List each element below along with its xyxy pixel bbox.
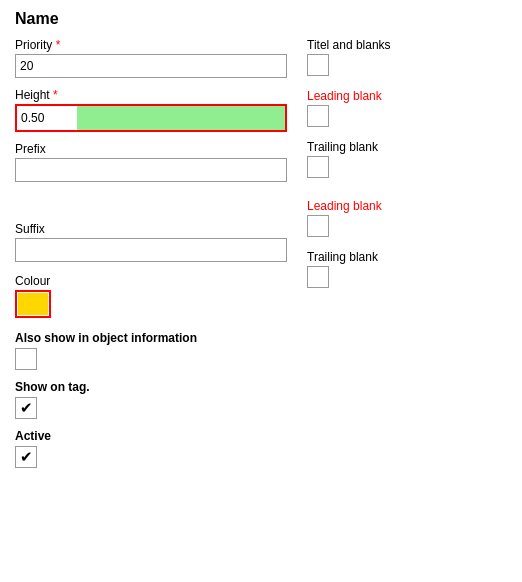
suffix-label: Suffix	[15, 222, 287, 236]
leading-blank-1-label: Leading blank	[307, 89, 507, 103]
height-bar	[77, 106, 285, 130]
colour-section: Colour	[15, 274, 287, 321]
trailing-blank-2-checkbox[interactable]	[307, 266, 329, 288]
height-input[interactable]	[17, 106, 77, 130]
also-show-label: Also show in object information	[15, 331, 287, 345]
active-label: Active	[15, 429, 287, 443]
prefix-input[interactable]	[15, 158, 287, 182]
height-input-wrapper	[15, 104, 287, 132]
leading-blank-1-checkbox[interactable]	[307, 105, 329, 127]
show-on-tag-label: Show on tag.	[15, 380, 287, 394]
priority-group: Priority *	[15, 38, 287, 78]
colour-label: Colour	[15, 274, 287, 288]
leading-blank-1-group: Leading blank	[307, 89, 507, 130]
titel-blanks-checkbox[interactable]	[307, 54, 329, 76]
leading-blank-2-checkbox[interactable]	[307, 215, 329, 237]
prefix-group: Prefix	[15, 142, 287, 182]
trailing-blank-1-label: Trailing blank	[307, 140, 507, 154]
trailing-blank-1-checkbox[interactable]	[307, 156, 329, 178]
leading-blank-2-group: Leading blank	[307, 199, 507, 240]
also-show-checkbox[interactable]	[15, 348, 37, 370]
also-show-section: Also show in object information	[15, 331, 287, 370]
suffix-group: Suffix	[15, 222, 287, 262]
priority-input[interactable]	[15, 54, 287, 78]
titel-blanks-group: Titel and blanks	[307, 38, 507, 79]
show-on-tag-checkbox[interactable]	[15, 397, 37, 419]
suffix-input[interactable]	[15, 238, 287, 262]
right-column: Titel and blanks Leading blank Trailing …	[307, 38, 507, 468]
show-on-tag-section: Show on tag.	[15, 380, 287, 419]
titel-blanks-label: Titel and blanks	[307, 38, 507, 52]
priority-label: Priority *	[15, 38, 287, 52]
active-section: Active	[15, 429, 287, 468]
leading-blank-2-label: Leading blank	[307, 199, 507, 213]
prefix-label: Prefix	[15, 142, 287, 156]
height-group: Height *	[15, 88, 287, 132]
page-title: Name	[15, 10, 507, 28]
trailing-blank-2-label: Trailing blank	[307, 250, 507, 264]
colour-swatch	[18, 293, 48, 315]
height-label: Height *	[15, 88, 287, 102]
trailing-blank-1-group: Trailing blank	[307, 140, 507, 181]
active-checkbox[interactable]	[15, 446, 37, 468]
left-column: Priority * Height * Prefix Suffix	[15, 38, 287, 468]
colour-swatch-wrapper[interactable]	[15, 290, 51, 318]
trailing-blank-2-group: Trailing blank	[307, 250, 507, 291]
